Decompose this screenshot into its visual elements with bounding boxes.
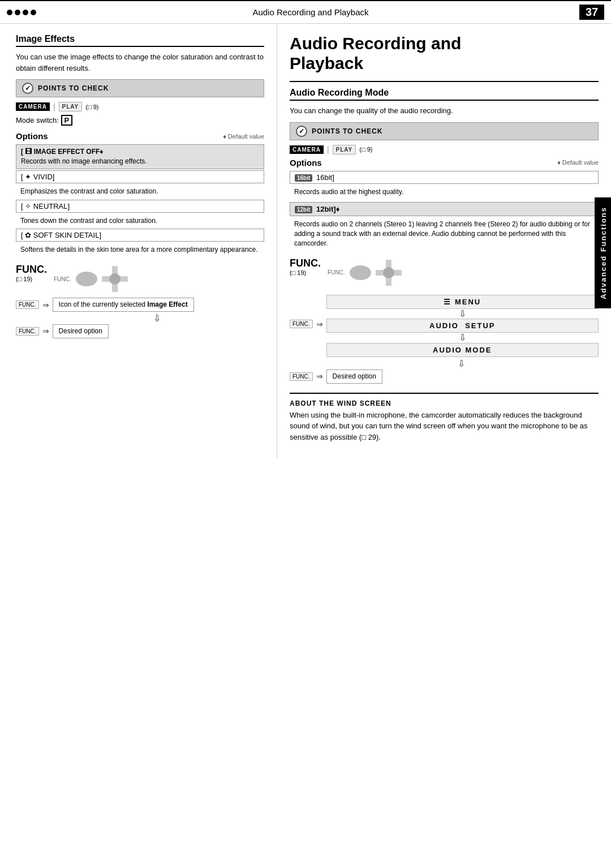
- option-16bit[interactable]: 16bit 16bit]: [290, 171, 599, 184]
- wind-divider: [290, 393, 599, 394]
- option-neutral[interactable]: [ ✧ NEUTRAL]: [16, 200, 264, 213]
- mode-p-badge: P: [61, 115, 73, 126]
- option-vivid-desc: Emphasizes the contrast and color satura…: [16, 186, 264, 200]
- points-to-check-box: ✓ POINTS TO CHECK: [16, 79, 264, 97]
- dpad-right-btn-right[interactable]: [393, 270, 402, 276]
- dpad-center-right[interactable]: [383, 267, 394, 278]
- option-image-effect-off[interactable]: [ 🎞 IMAGE EFFECT OFF♦ Records with no im…: [16, 144, 264, 169]
- dot-2: [15, 10, 20, 15]
- points-label: POINTS TO CHECK: [38, 84, 109, 92]
- header-title: Audio Recording and Playback: [42, 7, 579, 17]
- flow-arrow-step1: ⇒: [42, 300, 49, 310]
- func-tag-step2: FUNC.: [16, 327, 39, 336]
- badge-separator: |: [53, 102, 55, 111]
- option-16bit-desc: Records audio at the highest quality.: [290, 186, 599, 200]
- flow-row-step1: FUNC. ⇒ Icon of the currently selected I…: [16, 298, 264, 312]
- badge-12bit: 12bit: [295, 206, 312, 213]
- option-off-title: [ 🎞 IMAGE EFFECT OFF♦: [21, 148, 103, 156]
- func-small-left: FUNC.: [54, 276, 71, 282]
- flow-box-left: FUNC. ⇒ Icon of the currently selected I…: [16, 298, 264, 338]
- menu-item-audio-setup: AUDIO SETUP: [326, 319, 599, 333]
- flow-box-right: FUNC. ⇒ ☰ MENU ⇩ AUDIO SETUP ⇩ AUDIO MOD…: [290, 291, 599, 384]
- right-column: Audio Recording andPlayback Audio Record…: [277, 24, 611, 458]
- option-12bit[interactable]: 12bit 12bit]♦: [290, 202, 599, 216]
- dpad-right-btn-left[interactable]: [119, 276, 128, 282]
- flow-content-step2: Desired option: [53, 324, 109, 338]
- func-right-label-wrap: FUNC. (□ 19): [290, 257, 321, 276]
- play-badge-right: PLAY: [333, 145, 356, 154]
- option-soft-skin-desc: Softens the details in the skin tone are…: [16, 244, 264, 258]
- func-oval-left[interactable]: [76, 272, 97, 286]
- check-icon: ✓: [22, 83, 33, 94]
- badge-16bit: 16bit: [295, 174, 312, 182]
- option-neutral-desc: Tones down the contrast and color satura…: [16, 215, 264, 229]
- wind-screen-heading: ABOUT THE WIND SCREEN: [290, 399, 599, 407]
- flow-row-desired-right: FUNC. ⇒ Desired option: [290, 369, 599, 384]
- options-header-left: Options ♦ Default value: [16, 131, 264, 141]
- options-title-left: Options: [16, 131, 48, 141]
- page-header: Audio Recording and Playback 37: [0, 0, 611, 24]
- advanced-functions-tab: Advanced Functions: [595, 197, 611, 308]
- main-content: Image Effects You can use the image effe…: [0, 24, 611, 458]
- camera-badge-right: CAMERA: [290, 145, 324, 154]
- func-ref-left: (□ 19): [16, 276, 47, 282]
- func-tag-desired-right: FUNC.: [290, 372, 313, 381]
- badge-separator-right: |: [327, 145, 329, 154]
- func-tag-step1: FUNC.: [16, 300, 39, 309]
- func-section-right: FUNC. (□ 19) FUNC.: [290, 257, 599, 286]
- func-small-right: FUNC.: [328, 269, 345, 276]
- flow-arrow-step2: ⇒: [42, 326, 49, 336]
- audio-recording-heading: Audio Recording andPlayback: [290, 34, 599, 73]
- check-icon-right: ✓: [296, 126, 307, 137]
- default-value-right: ♦ Default value: [557, 159, 599, 166]
- option-12bit-desc: Records audio on 2 channels (Stereo 1) l…: [290, 218, 599, 251]
- func-section-left: FUNC. (□ 19) FUNC.: [16, 264, 264, 292]
- mode-switch-row: Mode switch: P: [16, 115, 264, 126]
- flow-content-step1: Icon of the currently selected Image Eff…: [53, 298, 194, 312]
- ref-page-right: (□ 9): [359, 146, 372, 153]
- func-bold-left: FUNC.: [16, 264, 47, 276]
- image-effect-bold: Image Effect: [147, 300, 187, 308]
- func-ref-right: (□ 19): [290, 269, 321, 276]
- func-tag-menu: FUNC.: [290, 320, 313, 328]
- image-effects-intro: You can use the image effects to change …: [16, 51, 264, 74]
- func-oval-right[interactable]: [350, 265, 371, 280]
- menu-flow-block: ☰ MENU ⇩ AUDIO SETUP ⇩ AUDIO MODE: [326, 295, 599, 357]
- points-to-check-box-right: ✓ POINTS TO CHECK: [290, 122, 599, 140]
- camera-badge: CAMERA: [16, 102, 50, 111]
- dpad-left[interactable]: [102, 266, 128, 292]
- func-left-label: FUNC. (□ 19): [16, 264, 47, 282]
- options-header-right: Options ♦ Default value: [290, 158, 599, 167]
- option-soft-skin[interactable]: [ ✿ SOFT SKIN DETAIL]: [16, 229, 264, 242]
- image-effects-heading: Image Effects: [16, 34, 264, 47]
- play-badge: PLAY: [59, 102, 83, 111]
- ref-page-left: (□ 9): [85, 104, 98, 110]
- dot-4: [31, 10, 36, 15]
- dpad-right[interactable]: [376, 260, 402, 286]
- dpad-down-right[interactable]: [386, 277, 391, 286]
- flow-row-menu: FUNC. ⇒ ☰ MENU ⇩ AUDIO SETUP ⇩ AUDIO MOD…: [290, 291, 599, 357]
- flow-arrow-desired-right: ⇒: [316, 372, 323, 381]
- flow-arrow-menu: ⇒: [316, 320, 323, 329]
- header-dots: [7, 10, 36, 15]
- func-bold-right: FUNC.: [290, 257, 321, 269]
- page-number: 37: [579, 5, 604, 20]
- left-column: Image Effects You can use the image effe…: [0, 24, 277, 458]
- section-divider: [290, 81, 599, 82]
- menu-arrow-1: ⇩: [326, 309, 599, 319]
- option-neutral-title: [ ✧ NEUTRAL]: [21, 202, 259, 210]
- flow-down-right: ⇩: [324, 359, 599, 368]
- option-off-desc: Records with no image enhancing effects.: [21, 157, 259, 166]
- flow-row-step2: FUNC. ⇒ Desired option: [16, 324, 264, 338]
- option-soft-skin-title: [ ✿ SOFT SKIN DETAIL]: [21, 231, 259, 239]
- menu-item-audio-mode: AUDIO MODE: [326, 343, 599, 357]
- option-16bit-label: 16bit]: [316, 173, 334, 182]
- audio-intro: You can change the quality of the audio …: [290, 105, 599, 117]
- dpad-center-left[interactable]: [109, 273, 121, 285]
- camera-play-row: CAMERA | PLAY (□ 9): [16, 102, 264, 111]
- points-label-right: POINTS TO CHECK: [312, 127, 382, 135]
- option-vivid[interactable]: [ ✦ VIVID]: [16, 170, 264, 183]
- flow-content-desired-right: Desired option: [326, 369, 382, 384]
- dpad-down-left[interactable]: [112, 283, 118, 292]
- wind-screen-text: When using the built-in microphone, the …: [290, 410, 599, 443]
